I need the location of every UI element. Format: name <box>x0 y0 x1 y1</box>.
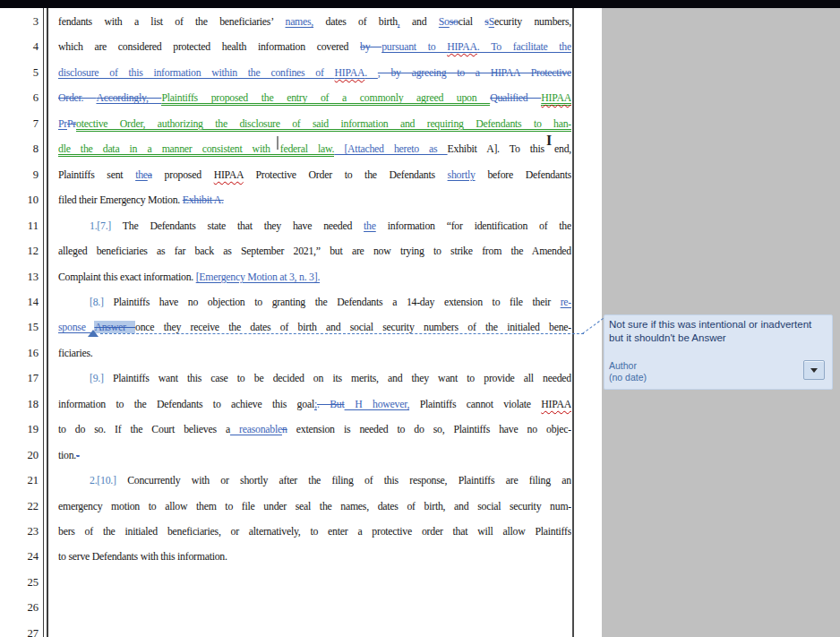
text-segment: so <box>450 15 459 28</box>
comment-balloon[interactable]: Not sure if this was intentional or inad… <box>604 314 833 390</box>
text-insertion-caret <box>277 136 279 150</box>
comment-connector-line <box>100 333 584 334</box>
text-segment: Exhibit A. <box>183 194 224 206</box>
document-line[interactable]: [9.] Plaintiffs want this case to be dec… <box>58 367 571 389</box>
document-line[interactable]: filed their Emergency Motion. Exhibit A. <box>58 189 571 211</box>
text-segment: disclosure of this information within th… <box>58 66 335 79</box>
document-line[interactable]: which are considered protected health in… <box>58 36 571 57</box>
text-segment: the <box>364 220 376 232</box>
line-number: 24 <box>0 546 39 567</box>
text-segment: Qualified <box>490 91 541 104</box>
document-line[interactable]: information to the Defendants to achieve… <box>58 393 571 415</box>
document-line[interactable]: to do so. If the Court believes a reason… <box>58 418 571 440</box>
document-line[interactable]: Complaint this exact information. [Emerg… <box>58 266 571 288</box>
document-line[interactable]: fendants with a list of the beneficiarie… <box>58 11 571 32</box>
text-segment: ficiaries. <box>58 347 92 359</box>
document-line[interactable]: Plaintiffs sent thea proposed HIPAA Prot… <box>58 164 571 185</box>
text-segment: . To facilitate the <box>477 40 571 53</box>
text-segment: HIPAA <box>541 398 571 410</box>
text-segment: dates of birth <box>313 15 398 28</box>
line-number: 8 <box>0 138 39 159</box>
text-segment: 1.[7.] <box>90 220 111 232</box>
text-segment: Plaintiffs proposed the entry of a commo… <box>161 91 490 106</box>
text-segment: . But <box>317 398 345 410</box>
document-line[interactable]: disclosure of this information within th… <box>58 62 571 83</box>
document-line[interactable]: bers of the initialed beneficiaries, or … <box>58 521 571 542</box>
line-number: 16 <box>0 342 39 364</box>
text-segment: HIPAA <box>214 168 244 181</box>
text-segment: otective Order, authorizing the disclosu… <box>76 117 571 132</box>
text-segment: HIPAA <box>335 66 365 79</box>
text-segment: So <box>439 15 450 28</box>
comment-date: (no date) <box>609 372 647 383</box>
chevron-down-icon <box>810 368 818 373</box>
line-number: 19 <box>0 418 39 440</box>
text-segment: [Attached hereto as <box>334 142 447 155</box>
document-line[interactable]: 1.[7.] The Defendants state that they ha… <box>58 215 571 237</box>
document-line[interactable]: tion.- <box>58 444 571 466</box>
ibeam-cursor-icon: I <box>546 133 552 148</box>
spellcheck-squiggle-word: HIPAA <box>541 91 571 104</box>
line-number: 27 <box>0 623 39 637</box>
text-segment: 2.[10.] <box>90 474 116 486</box>
document-line[interactable]: ficiaries. <box>58 342 571 364</box>
text-segment: bers of the initialed beneficiaries, or … <box>58 525 571 538</box>
text-segment: Plaintiffs want this case to be decided … <box>104 372 571 384</box>
line-number: 3 <box>0 11 39 32</box>
text-segment: emergency motion to allow them to file u… <box>58 500 571 512</box>
text-segment: tion. <box>58 449 76 461</box>
text-segment: Plaintiffs sent <box>58 168 135 181</box>
document-line[interactable]: dle the data in a manner consistent with… <box>58 138 571 159</box>
text-segment: [8.] <box>90 296 104 308</box>
line-number: 21 <box>0 469 39 491</box>
line-number: 20 <box>0 444 39 466</box>
text-segment: , by agreeing to a HIPAA Protective <box>378 66 571 79</box>
text-segment: Protective Order to the Defendants <box>244 168 448 181</box>
document-line[interactable]: emergency motion to allow them to file u… <box>58 495 571 517</box>
comment-text: Not sure if this was intentional or inad… <box>609 318 826 345</box>
text-segment: names, <box>285 15 313 28</box>
text-segment: Plaintiffs cannot violate <box>409 398 541 410</box>
window-top-bar <box>0 0 840 8</box>
text-segment: information to the Defendants to achieve… <box>58 398 314 410</box>
spellcheck-squiggle-word: HIPAA <box>335 66 365 79</box>
text-segment: - <box>76 449 80 461</box>
line-number: 9 <box>0 164 39 185</box>
text-segment: by <box>360 40 381 53</box>
line-number: 18 <box>0 393 39 415</box>
document-line[interactable]: [8.] Plaintiffs have no objection to gra… <box>58 291 571 313</box>
text-segment: once they receive the dates of birth and… <box>135 321 571 333</box>
line-number: 22 <box>0 495 39 517</box>
text-segment: Accordingly, <box>96 91 161 104</box>
text-segment: cial <box>459 15 485 28</box>
comment-dropdown-button[interactable] <box>803 360 825 380</box>
line-number: 14 <box>0 291 39 313</box>
text-segment: [Emergency Motion at 3, n. 3]. <box>196 271 320 283</box>
text-segment: . <box>364 66 378 79</box>
text-segment: the <box>135 168 148 181</box>
text-segment: before Defendants <box>476 168 571 181</box>
document-line[interactable]: sponse Answer once they receive the date… <box>58 316 571 338</box>
line-number: 7 <box>0 113 39 134</box>
line-number: 5 <box>0 62 39 83</box>
text-segment: fendants with a list of the beneficiarie… <box>58 15 285 28</box>
comment-anchor-triangle-icon <box>88 330 99 337</box>
line-number: 12 <box>0 240 39 262</box>
application-window: 3456789101112131415161718192021222324252… <box>0 0 840 637</box>
document-line[interactable]: Order. Accordingly, Plaintiffs proposed … <box>58 87 571 108</box>
document-line[interactable]: to serve Defendants with this informatio… <box>58 546 571 567</box>
line-number: 11 <box>0 215 39 237</box>
text-segment: proposed <box>152 168 214 181</box>
page-right-border <box>572 8 574 637</box>
document-line[interactable]: 2.[10.] Concurrently with or shortly aft… <box>58 469 571 491</box>
spellcheck-squiggle-word: HIPAA <box>214 168 244 181</box>
line-number: 10 <box>0 189 39 211</box>
text-segment: Answer <box>94 321 135 333</box>
text-segment: alleged beneficiaries as far back as Sep… <box>58 245 571 257</box>
text-segment: to serve Defendants with this informatio… <box>58 550 227 563</box>
document-line[interactable]: PrProtective Order, authorizing the disc… <box>58 113 571 134</box>
document-line[interactable]: alleged beneficiaries as far back as Sep… <box>58 240 571 262</box>
line-number: 26 <box>0 597 39 618</box>
text-segment: Pr <box>67 117 76 130</box>
pleading-rule-left-outer <box>43 8 44 637</box>
